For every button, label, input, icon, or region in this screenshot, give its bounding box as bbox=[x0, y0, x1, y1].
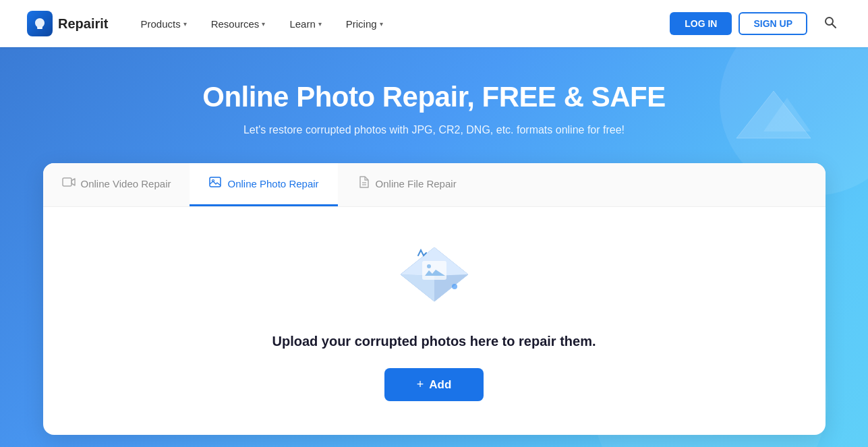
logo-text: Repairit bbox=[58, 16, 108, 32]
deco-shape-top-right bbox=[733, 88, 814, 142]
logo-icon bbox=[27, 11, 53, 36]
tab-file[interactable]: Online File Repair bbox=[338, 163, 475, 206]
main-card: Online Video Repair Online Photo Repair bbox=[43, 163, 826, 435]
svg-line-2 bbox=[832, 24, 836, 28]
video-icon bbox=[62, 175, 76, 192]
nav-learn-label: Learn bbox=[289, 18, 315, 30]
svg-rect-6 bbox=[210, 177, 221, 187]
tab-file-label: Online File Repair bbox=[376, 178, 457, 189]
upload-area[interactable]: Upload your corrupted photos here to rep… bbox=[43, 207, 826, 435]
chevron-down-icon: ▾ bbox=[318, 20, 322, 28]
nav-links: Products ▾ Resources ▾ Learn ▾ Pricing ▾ bbox=[129, 13, 670, 35]
hero-section: Online Photo Repair, FREE & SAFE Let's r… bbox=[0, 47, 868, 447]
svg-point-12 bbox=[452, 284, 457, 289]
hero-subtitle: Let's restore corrupted photos with JPG,… bbox=[243, 124, 625, 136]
svg-rect-5 bbox=[63, 178, 71, 186]
nav-actions: LOG IN SIGN UP bbox=[670, 11, 841, 36]
nav-pricing-label: Pricing bbox=[346, 18, 377, 30]
nav-resources-label: Resources bbox=[211, 18, 260, 30]
logo-link[interactable]: Repairit bbox=[27, 11, 108, 36]
file-icon bbox=[357, 175, 370, 192]
add-button-label: Add bbox=[429, 378, 451, 392]
photo-icon bbox=[208, 175, 222, 192]
tab-photo[interactable]: Online Photo Repair bbox=[190, 163, 337, 206]
nav-products[interactable]: Products ▾ bbox=[129, 13, 197, 35]
search-icon bbox=[823, 16, 837, 29]
upload-illustration bbox=[380, 234, 488, 315]
svg-rect-10 bbox=[422, 261, 446, 280]
plus-icon: + bbox=[417, 378, 424, 392]
tab-video[interactable]: Online Video Repair bbox=[43, 163, 190, 206]
signup-button[interactable]: SIGN UP bbox=[739, 12, 807, 35]
chevron-down-icon: ▾ bbox=[262, 20, 265, 28]
svg-rect-0 bbox=[37, 28, 42, 29]
tab-bar: Online Video Repair Online Photo Repair bbox=[43, 163, 826, 207]
svg-point-11 bbox=[427, 264, 431, 268]
search-button[interactable] bbox=[819, 11, 841, 36]
hero-title: Online Photo Repair, FREE & SAFE bbox=[202, 81, 665, 113]
tab-video-label: Online Video Repair bbox=[81, 178, 171, 189]
svg-marker-3 bbox=[736, 91, 811, 138]
login-button[interactable]: LOG IN bbox=[670, 12, 732, 35]
chevron-down-icon: ▾ bbox=[183, 20, 187, 28]
nav-pricing[interactable]: Pricing ▾ bbox=[335, 13, 394, 35]
nav-resources[interactable]: Resources ▾ bbox=[200, 13, 277, 35]
tab-photo-label: Online Photo Repair bbox=[227, 178, 318, 189]
add-button[interactable]: + Add bbox=[384, 368, 484, 401]
svg-marker-4 bbox=[763, 98, 811, 131]
chevron-down-icon: ▾ bbox=[380, 20, 383, 28]
nav-learn[interactable]: Learn ▾ bbox=[279, 13, 332, 35]
nav-products-label: Products bbox=[140, 18, 180, 30]
navbar: Repairit Products ▾ Resources ▾ Learn ▾ … bbox=[0, 0, 868, 47]
upload-text: Upload your corrupted photos here to rep… bbox=[272, 334, 596, 349]
